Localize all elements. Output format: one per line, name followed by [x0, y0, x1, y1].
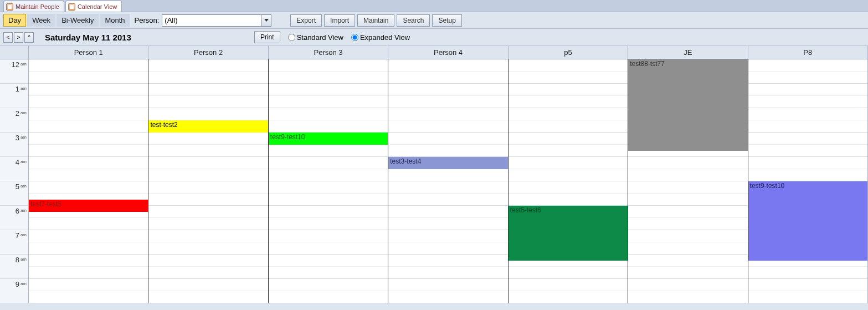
time-slot[interactable]	[29, 72, 148, 84]
day-column[interactable]: test88-tst77	[628, 59, 748, 303]
time-slot[interactable]	[748, 72, 867, 84]
time-slot[interactable]	[148, 255, 268, 267]
print-button[interactable]: Print	[254, 31, 280, 43]
time-slot[interactable]	[269, 145, 388, 157]
standard-view-radio-input[interactable]	[288, 34, 295, 41]
time-slot[interactable]	[748, 133, 867, 145]
time-slot[interactable]	[269, 242, 388, 255]
time-slot[interactable]	[748, 84, 867, 96]
time-slot[interactable]	[509, 267, 628, 279]
view-day-button[interactable]: Day	[3, 14, 26, 27]
expanded-view-radio[interactable]: Expanded View	[351, 33, 410, 42]
time-slot[interactable]	[628, 230, 747, 242]
time-slot[interactable]	[148, 59, 268, 72]
time-slot[interactable]	[269, 194, 388, 206]
time-slot[interactable]	[509, 145, 628, 157]
time-slot[interactable]	[148, 84, 268, 96]
time-slot[interactable]	[388, 230, 507, 242]
calendar-event[interactable]: test9-test10	[748, 181, 867, 261]
calendar-event[interactable]: test3-test4	[388, 157, 507, 169]
time-slot[interactable]	[388, 145, 507, 157]
export-button[interactable]: Export	[290, 14, 322, 27]
time-slot[interactable]	[509, 194, 628, 206]
time-slot[interactable]	[29, 267, 148, 279]
time-slot[interactable]	[509, 120, 628, 133]
time-slot[interactable]	[388, 279, 507, 291]
time-slot[interactable]	[628, 291, 747, 303]
time-slot[interactable]	[509, 96, 628, 108]
time-slot[interactable]	[388, 267, 507, 279]
time-slot[interactable]	[388, 169, 507, 181]
time-slot[interactable]	[269, 255, 388, 267]
time-slot[interactable]	[388, 206, 507, 218]
view-biweekly-button[interactable]: Bi-Weekly	[57, 14, 99, 27]
time-slot[interactable]	[388, 218, 507, 230]
time-slot[interactable]	[628, 169, 747, 181]
time-slot[interactable]	[628, 206, 747, 218]
calendar-event[interactable]: test-test2	[148, 120, 268, 133]
time-slot[interactable]	[509, 181, 628, 194]
time-slot[interactable]	[148, 194, 268, 206]
time-slot[interactable]	[269, 59, 388, 72]
time-slot[interactable]	[29, 181, 148, 194]
tab-maintain-people[interactable]: Maintain People	[3, 1, 64, 12]
time-slot[interactable]	[148, 145, 268, 157]
time-slot[interactable]	[748, 279, 867, 291]
time-slot[interactable]	[269, 169, 388, 181]
time-slot[interactable]	[29, 255, 148, 267]
time-slot[interactable]	[388, 255, 507, 267]
time-slot[interactable]	[388, 242, 507, 255]
time-slot[interactable]	[148, 279, 268, 291]
time-slot[interactable]	[748, 96, 867, 108]
time-slot[interactable]	[509, 84, 628, 96]
calendar-event[interactable]: test9-test10	[269, 133, 388, 145]
calendar-event[interactable]: test7-test8	[29, 200, 148, 212]
time-slot[interactable]	[748, 291, 867, 303]
view-week-button[interactable]: Week	[27, 14, 55, 27]
time-slot[interactable]	[148, 218, 268, 230]
time-slot[interactable]	[748, 120, 867, 133]
time-slot[interactable]	[628, 218, 747, 230]
time-slot[interactable]	[269, 181, 388, 194]
import-button[interactable]: Import	[324, 14, 355, 27]
day-column[interactable]: test5-test6	[509, 59, 628, 303]
time-slot[interactable]	[748, 145, 867, 157]
time-slot[interactable]	[148, 169, 268, 181]
search-button[interactable]: Search	[397, 14, 430, 27]
time-slot[interactable]	[509, 133, 628, 145]
calendar-event[interactable]: test88-tst77	[628, 59, 747, 151]
time-slot[interactable]	[388, 72, 507, 84]
time-slot[interactable]	[29, 169, 148, 181]
time-slot[interactable]	[148, 242, 268, 255]
time-slot[interactable]	[148, 72, 268, 84]
time-slot[interactable]	[388, 181, 507, 194]
time-slot[interactable]	[628, 267, 747, 279]
time-slot[interactable]	[29, 96, 148, 108]
time-slot[interactable]	[388, 120, 507, 133]
maintain-button[interactable]: Maintain	[357, 14, 394, 27]
time-slot[interactable]	[269, 72, 388, 84]
time-slot[interactable]	[748, 108, 867, 120]
calendar-event[interactable]: test5-test6	[509, 206, 628, 261]
time-slot[interactable]	[29, 218, 148, 230]
expanded-view-radio-input[interactable]	[351, 34, 358, 41]
prev-button[interactable]: <	[3, 32, 13, 43]
time-slot[interactable]	[29, 291, 148, 303]
time-slot[interactable]	[29, 145, 148, 157]
day-column[interactable]: test9-test10	[269, 59, 388, 303]
time-slot[interactable]	[29, 133, 148, 145]
person-input[interactable]	[162, 14, 261, 27]
time-slot[interactable]	[29, 157, 148, 169]
time-slot[interactable]	[148, 133, 268, 145]
time-slot[interactable]	[148, 157, 268, 169]
up-button[interactable]: ^	[24, 32, 34, 43]
time-slot[interactable]	[388, 194, 507, 206]
time-slot[interactable]	[748, 157, 867, 169]
time-slot[interactable]	[148, 206, 268, 218]
time-slot[interactable]	[509, 72, 628, 84]
time-slot[interactable]	[748, 169, 867, 181]
time-slot[interactable]	[269, 279, 388, 291]
time-slot[interactable]	[628, 255, 747, 267]
time-slot[interactable]	[29, 279, 148, 291]
time-slot[interactable]	[388, 133, 507, 145]
